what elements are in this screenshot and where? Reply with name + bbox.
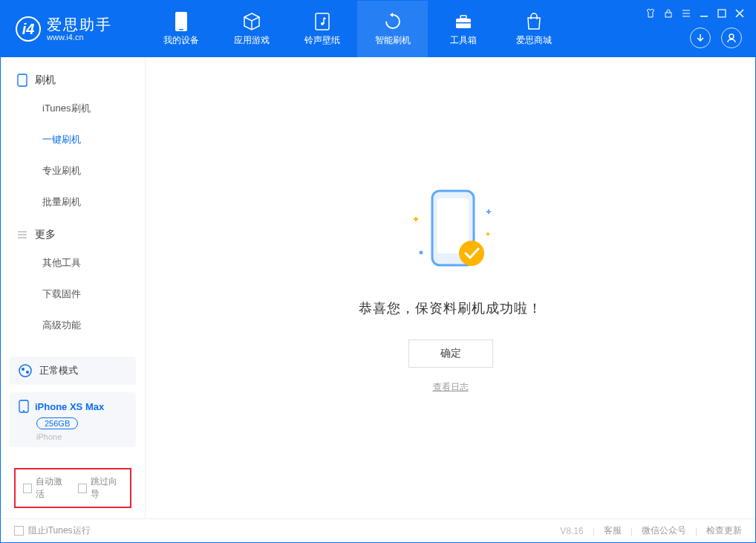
customer-service-link[interactable]: 客服 [604, 524, 622, 537]
sidebar-item-download-firmware[interactable]: 下载固件 [1, 279, 145, 310]
footer: 阻止iTunes运行 V8.16 | 客服 | 微信公众号 | 检查更新 [1, 518, 755, 542]
sidebar-section-more: 更多 其他工具 下载固件 高级功能 [1, 218, 145, 341]
sidebar-section-flash: 刷机 iTunes刷机 一键刷机 专业刷机 批量刷机 [1, 63, 145, 218]
svg-point-9 [729, 34, 734, 39]
sidebar-item-advanced[interactable]: 高级功能 [1, 310, 145, 341]
svg-point-3 [321, 22, 324, 25]
skip-guide-checkbox[interactable]: 跳过向导 [78, 475, 123, 501]
svg-point-15 [23, 410, 25, 412]
tab-ringtones[interactable]: 铃声壁纸 [287, 1, 357, 57]
device-icon [19, 400, 29, 413]
device-name: iPhone XS Max [35, 401, 104, 412]
wechat-link[interactable]: 微信公众号 [642, 524, 686, 537]
sidebar: 刷机 iTunes刷机 一键刷机 专业刷机 批量刷机 更多 其他工具 下载固件 … [1, 57, 146, 518]
refresh-icon [383, 12, 403, 31]
tab-my-device[interactable]: 我的设备 [146, 1, 216, 57]
version-label: V8.16 [560, 526, 583, 536]
nav-tabs: 我的设备 应用游戏 铃声壁纸 智能刷机 工具箱 爱思商城 [146, 1, 569, 57]
tshirt-icon[interactable] [645, 8, 656, 19]
app-title: 爱思助手 [47, 16, 112, 33]
sidebar-item-itunes-flash[interactable]: iTunes刷机 [1, 93, 145, 124]
device-icon [172, 12, 191, 31]
check-update-link[interactable]: 检查更新 [706, 524, 742, 537]
svg-rect-6 [456, 22, 471, 24]
tab-apps[interactable]: 应用游戏 [216, 1, 287, 57]
header: i4 爱思助手 www.i4.cn 我的设备 应用游戏 铃声壁纸 智能刷机 [1, 1, 755, 57]
logo-icon: i4 [16, 16, 41, 42]
phone-icon [17, 74, 27, 87]
svg-rect-5 [460, 16, 466, 19]
main-content: 恭喜您，保资料刷机成功啦！ 确定 查看日志 [146, 57, 755, 518]
options-row: 自动激活 跳过向导 [14, 468, 131, 508]
success-message: 恭喜您，保资料刷机成功啦！ [359, 299, 542, 317]
music-icon [313, 12, 332, 31]
tab-flash[interactable]: 智能刷机 [357, 1, 428, 57]
header-actions [690, 27, 742, 48]
toolbox-icon [454, 12, 473, 31]
svg-point-20 [486, 233, 489, 235]
sidebar-item-batch-flash[interactable]: 批量刷机 [1, 186, 145, 218]
svg-rect-10 [18, 74, 27, 86]
device-card[interactable]: iPhone XS Max 256GB iPhone [10, 392, 136, 447]
sidebar-item-other-tools[interactable]: 其他工具 [1, 247, 145, 279]
body: 刷机 iTunes刷机 一键刷机 专业刷机 批量刷机 更多 其他工具 下载固件 … [1, 57, 755, 518]
tab-store[interactable]: 爱思商城 [498, 1, 569, 57]
logo: i4 爱思助手 www.i4.cn [1, 16, 146, 42]
auto-activate-checkbox[interactable]: 自动激活 [23, 475, 68, 501]
tab-toolbox[interactable]: 工具箱 [428, 1, 498, 57]
cube-icon [242, 12, 261, 31]
mode-label: 正常模式 [39, 364, 78, 377]
sidebar-section-title: 更多 [35, 228, 56, 241]
menu-icon[interactable] [681, 8, 691, 19]
list-icon [17, 230, 27, 240]
svg-rect-7 [665, 13, 671, 17]
close-icon[interactable] [734, 8, 745, 19]
maximize-icon[interactable] [717, 8, 727, 19]
success-illustration [391, 182, 510, 286]
svg-point-11 [19, 365, 31, 377]
sidebar-item-oneclick-flash[interactable]: 一键刷机 [1, 124, 145, 155]
svg-rect-1 [179, 29, 183, 30]
app-url: www.i4.cn [47, 33, 112, 42]
user-button[interactable] [721, 27, 742, 48]
svg-point-19 [419, 251, 423, 255]
svg-point-18 [459, 241, 484, 266]
download-button[interactable] [690, 27, 711, 48]
block-itunes-checkbox[interactable]: 阻止iTunes运行 [14, 524, 91, 537]
capacity-badge: 256GB [36, 417, 78, 429]
svg-rect-8 [718, 10, 726, 17]
svg-rect-2 [316, 13, 329, 30]
bag-icon [524, 12, 544, 31]
svg-point-12 [22, 368, 25, 371]
app-window: i4 爱思助手 www.i4.cn 我的设备 应用游戏 铃声壁纸 智能刷机 [0, 0, 756, 543]
sidebar-section-title: 刷机 [35, 74, 56, 87]
svg-rect-0 [175, 12, 187, 31]
lock-icon[interactable] [663, 8, 674, 19]
minimize-icon[interactable] [699, 8, 709, 19]
ok-button[interactable]: 确定 [408, 339, 493, 368]
mode-card[interactable]: 正常模式 [10, 357, 136, 385]
window-controls [645, 8, 745, 19]
svg-point-13 [26, 371, 29, 374]
device-type: iPhone [36, 432, 127, 441]
sidebar-item-pro-flash[interactable]: 专业刷机 [1, 155, 145, 186]
mode-icon [19, 364, 32, 377]
view-log-link[interactable]: 查看日志 [433, 381, 469, 394]
sidebar-bottom: 正常模式 iPhone XS Max 256GB iPhone 自动激活 跳过向… [1, 349, 145, 518]
